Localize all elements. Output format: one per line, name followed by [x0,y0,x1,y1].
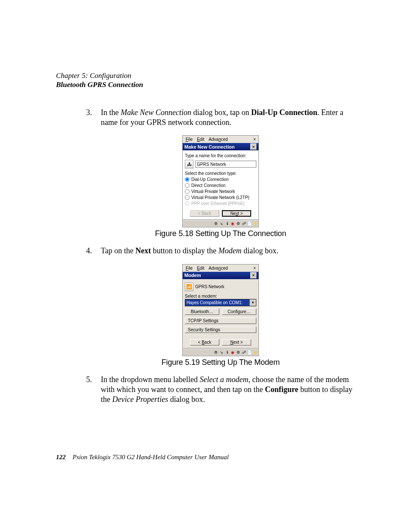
footer-text: Psion Teklogix 7530 G2 Hand-Held Compute… [73,454,229,460]
chapter-subtitle: Bluetooth GPRS Connection [56,80,355,89]
tray-icon: ℹ [224,221,230,226]
tray-icon: ℹ [224,350,230,355]
tray-icon: ◉ [230,221,235,226]
dialog-close-button[interactable]: × [250,143,257,150]
radio-pppoe: PPP over Ethernet [PPPoE] [185,201,256,206]
radio-dialup[interactable]: Dial-Up Connection [185,177,256,182]
step-body: In the Make New Connection dialog box, t… [101,108,355,128]
menu-advanced[interactable]: Advanced [206,137,230,142]
tray-icon: ⚡ [252,221,258,226]
label-select-type: Select the connection type: [185,171,256,176]
back-button: < Back [190,210,219,217]
dialog-title: Modem [184,273,201,278]
dialog-titlebar: Modem × [182,272,259,279]
chapter-title: Chapter 5: Configuration [56,71,355,80]
step-3: 3. In the Make New Connection dialog box… [86,108,355,128]
chevron-down-icon[interactable]: ▼ [249,299,256,306]
security-settings-button[interactable]: Security Settings [185,327,256,333]
tray-icon: 📄 [247,350,252,355]
step-5: 5. In the dropdown menu labelled Select … [86,375,355,405]
modem-dropdown[interactable]: Hayes Compatible on COM1: ▼ [185,299,256,306]
close-icon[interactable]: × [252,137,258,143]
step-4: 4. Tap on the Next button to display the… [86,246,355,256]
modem-icon: 📶 [185,283,193,291]
menu-edit[interactable]: Edit [195,266,206,271]
bluetooth-button[interactable]: Bluetooth… [185,308,219,315]
back-button[interactable]: < Back [190,339,219,345]
figure-5-19: File Edit Advanced × Modem × 📶 GPRS Netw… [86,264,355,356]
taskbar: ⚙ ↘ ℹ ◉ ⚙ ☍ 📄 ⚡ [182,348,259,356]
menu-edit[interactable]: Edit [195,137,206,142]
page-number: 122 [56,454,66,460]
tray-icon: ↘ [219,350,224,355]
figure-caption: Figure 5.18 Setting Up The Connection [86,229,355,238]
tray-icon: ☍ [241,350,246,355]
tray-icon: ⚙ [236,350,241,355]
dialog-titlebar: Make New Connection × [182,143,259,150]
dialog-title: Make New Connection [184,144,235,149]
tray-icon: ↘ [219,221,224,226]
menu-file[interactable]: File [184,137,195,142]
label-select-modem: Select a modem: [185,294,256,299]
radio-vpn[interactable]: Virtual Private Network [185,189,256,194]
next-button[interactable]: Next > [222,210,251,217]
step-number: 3. [86,108,101,128]
radio-direct[interactable]: Direct Connection [185,183,256,188]
tray-icon: ⚙ [236,221,241,226]
tray-icon: 📄 [247,221,252,226]
menu-file[interactable]: File [184,266,195,271]
page-header: Chapter 5: Configuration Bluetooth GPRS … [56,71,355,90]
dropdown-value: Hayes Compatible on COM1: [185,299,249,306]
menubar: File Edit Advanced × [182,135,259,143]
tray-icon: ⚙ [213,221,218,226]
label-type-name: Type a name for the connection: [185,153,256,158]
network-name-label: GPRS Network [195,284,224,289]
taskbar: ⚙ ↘ ℹ ◉ ⚙ ☍ 📄 ⚡ [182,220,259,227]
configure-button[interactable]: Configure… [222,308,256,315]
tray-icon: ◉ [230,350,235,355]
menubar: File Edit Advanced × [182,264,259,272]
tray-icon: ⚡ [252,350,258,355]
step-body: Tap on the Next button to display the Mo… [101,246,355,256]
connection-name-input[interactable] [195,161,256,168]
step-body: In the dropdown menu labelled Select a m… [101,375,355,405]
tcpip-settings-button[interactable]: TCP/IP Settings [185,317,256,324]
next-button[interactable]: Next > [222,339,251,345]
tray-icon: ☍ [241,221,246,226]
menu-advanced[interactable]: Advanced [206,266,230,271]
tray-icon: ⚙ [213,350,218,355]
page-footer: 122Psion Teklogix 7530 G2 Hand-Held Comp… [56,454,229,461]
step-number: 5. [86,375,101,405]
step-number: 4. [86,246,101,256]
close-icon[interactable]: × [252,265,258,271]
radio-vpn-l2tp[interactable]: Virtual Private Network (L2TP) [185,195,256,200]
dialog-close-button[interactable]: × [250,272,257,279]
figure-5-18: File Edit Advanced × Make New Connection… [86,135,355,227]
network-icon: 🖧 [185,160,193,168]
figure-caption: Figure 5.19 Setting Up The Modem [86,358,355,367]
